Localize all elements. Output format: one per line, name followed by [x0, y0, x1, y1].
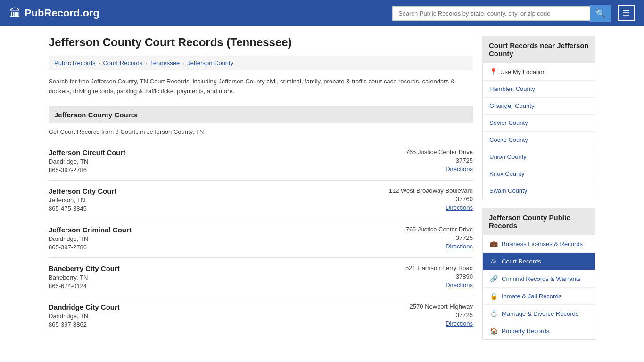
breadcrumb-sep-2: ›	[145, 60, 147, 66]
court-city: Dandridge, TN	[49, 313, 120, 320]
court-street: 112 West Broadway Boulevard	[389, 187, 473, 194]
courts-section-heading: Jefferson County Courts	[49, 106, 473, 123]
court-city: Dandridge, TN	[49, 158, 125, 165]
public-record-item[interactable]: 💍 Marriage & Divorce Records	[483, 305, 595, 322]
nearby-county-link[interactable]: Cocke County	[489, 136, 528, 143]
courts-count: Get Court Records from 8 Courts in Jeffe…	[49, 128, 473, 135]
page-container: Jefferson County Court Records (Tennesse…	[39, 26, 605, 349]
search-button[interactable]: 🔍	[590, 5, 611, 22]
court-street: 765 Justice Center Drive	[406, 226, 473, 233]
logo[interactable]: 🏛 PubRecord.org	[9, 7, 99, 20]
record-icon: 🔗	[489, 275, 498, 282]
public-record-link[interactable]: Inmate & Jail Records	[502, 293, 561, 300]
breadcrumb-tennessee[interactable]: Tennessee	[150, 59, 180, 66]
breadcrumb-public-records[interactable]: Public Records	[54, 59, 95, 66]
court-directions-link[interactable]: Directions	[446, 281, 473, 288]
nearby-heading: Court Records near Jefferson County	[482, 36, 595, 63]
nearby-county-item[interactable]: Knox County	[483, 165, 595, 182]
court-name: Baneberry City Court	[49, 264, 120, 272]
court-directions-link[interactable]: Directions	[446, 165, 473, 173]
record-icon: 💼	[489, 240, 498, 247]
nearby-county-link[interactable]: Sevier County	[489, 119, 528, 126]
page-title: Jefferson County Court Records (Tennesse…	[49, 36, 473, 49]
court-city: Jefferson, TN	[49, 197, 116, 204]
court-info: Jefferson City Court Jefferson, TN 865-4…	[49, 187, 116, 212]
court-address: 765 Justice Center Drive 37725 Direction…	[406, 148, 473, 173]
menu-button[interactable]: ☰	[618, 5, 635, 21]
court-phone: 865-397-2786	[49, 166, 125, 173]
breadcrumb-court-records[interactable]: Court Records	[103, 59, 142, 66]
court-zip: 37725	[406, 157, 473, 164]
logo-text: PubRecord.org	[25, 7, 99, 19]
public-record-item[interactable]: 🏠 Property Records	[483, 322, 595, 339]
court-directions-link[interactable]: Directions	[446, 243, 473, 250]
court-phone: 865-674-0124	[49, 282, 120, 289]
courts-list: Jefferson Circuit Court Dandridge, TN 86…	[49, 142, 473, 335]
breadcrumb-jefferson-county[interactable]: Jefferson County	[187, 59, 233, 66]
court-entry: Baneberry City Court Baneberry, TN 865-6…	[49, 258, 473, 296]
search-icon: 🔍	[596, 9, 605, 17]
public-record-link[interactable]: Business Licenses & Records	[502, 240, 583, 247]
court-zip: 37760	[389, 196, 473, 203]
public-record-link[interactable]: Court Records	[502, 258, 541, 265]
court-info: Jefferson Circuit Court Dandridge, TN 86…	[49, 148, 125, 173]
court-name: Jefferson City Court	[49, 187, 116, 195]
public-records-list: 💼 Business Licenses & Records ⚖ Court Re…	[482, 235, 595, 340]
public-record-item[interactable]: 💼 Business Licenses & Records	[483, 235, 595, 253]
public-records-heading: Jefferson County Public Records	[482, 208, 595, 235]
menu-icon: ☰	[622, 8, 630, 18]
header-right: 🔍 ☰	[392, 5, 635, 22]
use-my-location[interactable]: 📍 Use My Location	[483, 63, 595, 81]
use-location-label: Use My Location	[500, 68, 546, 75]
nearby-county-link[interactable]: Swain County	[489, 187, 527, 194]
sidebar: Court Records near Jefferson County 📍 Us…	[482, 36, 595, 340]
court-street: 2570 Newport Highway	[410, 303, 473, 310]
court-phone: 865-397-8862	[49, 321, 120, 328]
public-record-item[interactable]: ⚖ Court Records	[483, 253, 595, 270]
court-entry: Jefferson City Court Jefferson, TN 865-4…	[49, 181, 473, 219]
search-bar: 🔍	[392, 5, 611, 22]
breadcrumb-sep-3: ›	[182, 60, 184, 66]
record-icon: 💍	[489, 310, 498, 317]
public-record-link[interactable]: Property Records	[502, 328, 549, 335]
nearby-county-link[interactable]: Hamblen County	[489, 85, 535, 92]
record-icon: 🔒	[489, 292, 498, 300]
nearby-county-link[interactable]: Grainger County	[489, 102, 534, 109]
search-input[interactable]	[392, 6, 590, 21]
court-entry: Dandridge City Court Dandridge, TN 865-3…	[49, 296, 473, 335]
court-phone: 865-397-2786	[49, 244, 132, 251]
court-address: 765 Justice Center Drive 37725 Direction…	[406, 226, 473, 250]
record-icon: 🏠	[489, 327, 498, 335]
court-address: 521 Harrison Ferry Road 37890 Directions	[405, 264, 473, 288]
public-record-item[interactable]: 🔗 Criminal Records & Warrants	[483, 270, 595, 288]
court-phone: 865-475-3845	[49, 205, 116, 212]
court-info: Baneberry City Court Baneberry, TN 865-6…	[49, 264, 120, 289]
court-directions-link[interactable]: Directions	[446, 204, 473, 211]
nearby-county-item[interactable]: Union County	[483, 148, 595, 165]
court-info: Jefferson Criminal Court Dandridge, TN 8…	[49, 226, 132, 251]
court-directions-link[interactable]: Directions	[446, 320, 473, 327]
court-name: Dandridge City Court	[49, 303, 120, 311]
breadcrumb: Public Records › Court Records › Tenness…	[49, 56, 473, 70]
breadcrumb-sep-1: ›	[98, 60, 100, 66]
court-city: Dandridge, TN	[49, 235, 132, 242]
court-entry: Jefferson Circuit Court Dandridge, TN 86…	[49, 142, 473, 181]
record-icon: ⚖	[489, 257, 498, 265]
court-info: Dandridge City Court Dandridge, TN 865-3…	[49, 303, 120, 328]
nearby-county-item[interactable]: Sevier County	[483, 115, 595, 132]
main-content: Jefferson County Court Records (Tennesse…	[49, 36, 473, 340]
nearby-county-link[interactable]: Knox County	[489, 170, 524, 177]
logo-icon: 🏛	[9, 7, 21, 20]
nearby-county-link[interactable]: Union County	[489, 153, 527, 160]
nearby-county-item[interactable]: Swain County	[483, 182, 595, 199]
public-record-link[interactable]: Marriage & Divorce Records	[502, 310, 578, 317]
site-header: 🏛 PubRecord.org 🔍 ☰	[0, 0, 644, 26]
public-record-item[interactable]: 🔒 Inmate & Jail Records	[483, 288, 595, 305]
court-name: Jefferson Circuit Court	[49, 148, 125, 156]
nearby-county-item[interactable]: Hamblen County	[483, 81, 595, 98]
nearby-county-item[interactable]: Grainger County	[483, 98, 595, 115]
court-street: 521 Harrison Ferry Road	[405, 264, 473, 272]
court-city: Baneberry, TN	[49, 274, 120, 281]
public-record-link[interactable]: Criminal Records & Warrants	[502, 275, 581, 282]
nearby-county-item[interactable]: Cocke County	[483, 132, 595, 148]
